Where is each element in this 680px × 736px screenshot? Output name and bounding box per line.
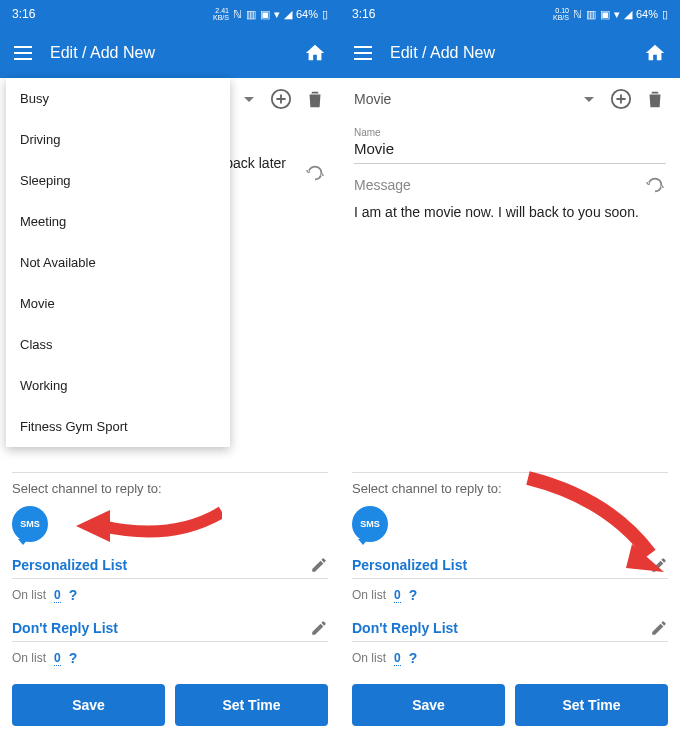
clock: 3:16	[352, 7, 375, 21]
dont-reply-list-link[interactable]: Don't Reply List	[352, 620, 458, 636]
personalized-list-link[interactable]: Personalized List	[352, 557, 467, 573]
chevron-down-icon[interactable]	[584, 97, 594, 102]
name-field[interactable]: Movie	[354, 138, 666, 164]
save-button[interactable]: Save	[352, 684, 505, 726]
help-icon[interactable]: ?	[409, 650, 418, 666]
personalized-list-link[interactable]: Personalized List	[12, 557, 127, 573]
clock: 3:16	[12, 7, 35, 21]
bottom-panel: Select channel to reply to: SMS Personal…	[340, 460, 680, 736]
dropdown-item[interactable]: Working	[6, 365, 230, 406]
menu-icon[interactable]	[354, 46, 372, 60]
annotation-arrow	[508, 468, 678, 578]
sim-icon: ▥	[586, 8, 596, 21]
save-button[interactable]: Save	[12, 684, 165, 726]
dropdown-item[interactable]: Sleeping	[6, 160, 230, 201]
help-icon[interactable]: ?	[69, 587, 78, 603]
signal-icon: ◢	[284, 8, 292, 21]
screen-right: 3:16 0.10KB/S ℕ ▥ ▣ ▾ ◢ 64% ▯ Edit / Add…	[340, 0, 680, 736]
category-dropdown: Busy Driving Sleeping Meeting Not Availa…	[6, 78, 230, 447]
screen-left: 3:16 2.41KB/S ℕ ▥ ▣ ▾ ◢ 64% ▯ Edit / Add…	[0, 0, 340, 736]
help-icon[interactable]: ?	[409, 587, 418, 603]
message-field[interactable]: I am at the movie now. I will back to yo…	[354, 204, 666, 224]
appbar-title: Edit / Add New	[390, 44, 626, 62]
delete-button[interactable]	[642, 86, 668, 112]
dropdown-item[interactable]: Movie	[6, 283, 230, 324]
sms-icon[interactable]: SMS	[12, 506, 48, 542]
dropdown-item[interactable]: Driving	[6, 119, 230, 160]
menu-icon[interactable]	[14, 46, 32, 60]
dont-reply-list-link[interactable]: Don't Reply List	[12, 620, 118, 636]
add-button[interactable]	[268, 86, 294, 112]
home-icon[interactable]	[644, 42, 666, 64]
signal-icon: ◢	[624, 8, 632, 21]
content: Movie Name Movie Message I am at the mov…	[340, 78, 680, 460]
dropdown-item[interactable]: Not Available	[6, 242, 230, 283]
wifi-icon: ▾	[274, 8, 280, 21]
bottom-panel: Select channel to reply to: SMS Personal…	[0, 460, 340, 736]
sim-icon: ▥	[246, 8, 256, 21]
message-label: Message	[354, 177, 411, 193]
annotation-arrow	[72, 502, 222, 548]
android-icon: ▣	[600, 8, 610, 21]
nfc-icon: ℕ	[233, 8, 242, 21]
battery-icon: ▯	[662, 8, 668, 21]
dropdown-item[interactable]: Fitness Gym Sport	[6, 406, 230, 447]
appbar: Edit / Add New	[0, 28, 340, 78]
help-icon[interactable]: ?	[69, 650, 78, 666]
edit-icon[interactable]	[310, 619, 328, 637]
android-icon: ▣	[260, 8, 270, 21]
dropdown-item[interactable]: Class	[6, 324, 230, 365]
chevron-down-icon[interactable]	[244, 97, 254, 102]
home-icon[interactable]	[304, 42, 326, 64]
battery-text: 64%	[296, 8, 318, 20]
refresh-icon[interactable]	[304, 162, 326, 188]
battery-text: 64%	[636, 8, 658, 20]
dropdown-item[interactable]: Meeting	[6, 201, 230, 242]
battery-icon: ▯	[322, 8, 328, 21]
edit-icon[interactable]	[310, 556, 328, 574]
category-selector[interactable]: Movie	[354, 91, 576, 107]
set-time-button[interactable]: Set Time	[515, 684, 668, 726]
sms-icon[interactable]: SMS	[352, 506, 388, 542]
appbar: Edit / Add New	[340, 28, 680, 78]
dropdown-item[interactable]: Busy	[6, 78, 230, 119]
channel-label: Select channel to reply to:	[12, 481, 328, 496]
statusbar: 3:16 2.41KB/S ℕ ▥ ▣ ▾ ◢ 64% ▯	[0, 0, 340, 28]
edit-icon[interactable]	[650, 619, 668, 637]
refresh-icon[interactable]	[644, 174, 666, 196]
wifi-icon: ▾	[614, 8, 620, 21]
appbar-title: Edit / Add New	[50, 44, 286, 62]
set-time-button[interactable]: Set Time	[175, 684, 328, 726]
status-icons: 2.41KB/S ℕ ▥ ▣ ▾ ◢ 64% ▯	[213, 7, 328, 21]
add-button[interactable]	[608, 86, 634, 112]
nfc-icon: ℕ	[573, 8, 582, 21]
category-row: Movie	[340, 78, 680, 117]
delete-button[interactable]	[302, 86, 328, 112]
name-label: Name	[354, 127, 666, 138]
status-icons: 0.10KB/S ℕ ▥ ▣ ▾ ◢ 64% ▯	[553, 7, 668, 21]
statusbar: 3:16 0.10KB/S ℕ ▥ ▣ ▾ ◢ 64% ▯	[340, 0, 680, 28]
